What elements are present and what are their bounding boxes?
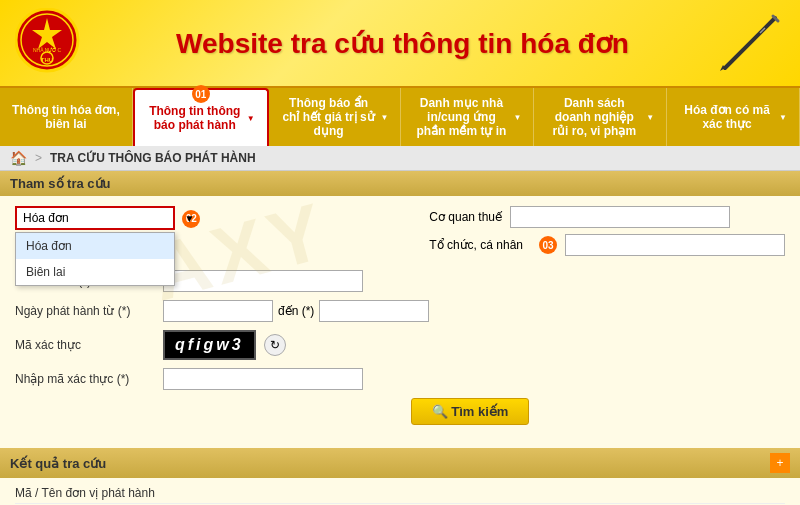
search-section-header: Tham số tra cứu [0,171,800,196]
nav-badge-01: 01 [192,85,210,103]
nav-label: Thông tin hóa đơn, biên lai [12,103,120,131]
breadcrumb-text: TRA CỨU THÔNG BÁO PHÁT HÀNH [50,151,256,165]
dropdown-item-hoa-don[interactable]: Hóa đơn [16,233,174,259]
form-row-ngay-phat-hanh: Ngày phát hành từ (*) đến (*) [15,300,785,322]
results-title: Kết quả tra cứu [10,456,106,471]
dropdown-item-bien-lai[interactable]: Biên lai [16,259,174,285]
ma-so-thue-input[interactable] [163,270,363,292]
header-title: Website tra cứu thông tin hóa đơn [100,27,705,60]
captcha-image: qfigw3 [163,330,256,360]
nhap-ma-label: Nhập mã xác thực (*) [15,372,155,386]
main-content: Tham số tra cứu AXY 02 ▼ Hóa đơn Biên la… [0,171,800,505]
pen-decoration [705,13,785,73]
results-header: Kết quả tra cứu + [0,448,800,478]
den-label: đến (*) [278,304,314,318]
svg-line-6 [725,18,775,68]
nav-label-6: Hóa đơn có mã xác thực [679,103,775,131]
form-row-1: 02 ▼ Hóa đơn Biên lai Cơ quan thuế [15,206,785,230]
dropdown-menu: Hóa đơn Biên lai [15,232,175,286]
svg-marker-8 [720,65,725,71]
form-row-captcha: Mã xác thực qfigw3 ↻ [15,330,785,360]
home-icon[interactable]: 🏠 [10,150,27,166]
results-body: Mã / Tên đơn vị phát hành Trạng thái hoạ… [0,478,800,505]
captcha-refresh-button[interactable]: ↻ [264,334,286,356]
logo: THU NHÀ NƯỚC [15,8,85,78]
search-section-title: Tham số tra cứu [10,176,111,191]
nav-arrow-3: ▼ [381,113,389,122]
navigation: Thông tin hóa đơn, biên lai 01 Thông tin… [0,88,800,146]
nav-danh-sach-doanh-nghiep[interactable]: Danh sách doanh nghiệp rủi ro, vi phạm ▼ [534,88,667,146]
select-arrow: ▼ [184,213,194,224]
search-form: AXY 02 ▼ Hóa đơn Biên lai [0,196,800,443]
nav-active-label: Thông tin thông báo phát hành [147,104,243,132]
badge-03: 03 [539,236,557,254]
breadcrumb: 🏠 > TRA CỨU THÔNG BÁO PHÁT HÀNH [0,146,800,171]
results-expand-button[interactable]: + [770,453,790,473]
nav-label-5: Danh sách doanh nghiệp rủi ro, vi phạm [546,96,642,138]
nhap-ma-input[interactable] [163,368,363,390]
ma-xac-thuc-label: Mã xác thực [15,338,155,352]
nav-thong-bao-an-chi-het[interactable]: Thông báo ẩn chỉ hết giá trị sử dụng ▼ [269,88,402,146]
nav-arrow-5: ▼ [646,113,654,122]
search-button[interactable]: 🔍 Tìm kiếm [411,398,530,425]
nav-label-3: Thông báo ẩn chỉ hết giá trị sử dụng [281,96,377,138]
nav-thong-tin-thong-bao[interactable]: 01 Thông tin thông báo phát hành ▼ [133,88,269,146]
nav-danh-muc-nha-in[interactable]: Danh mục nhà in/cung ứng phần mềm tự in … [401,88,534,146]
form-row-nhap-ma: Nhập mã xác thực (*) [15,368,785,390]
ngay-tu-input[interactable] [163,300,273,322]
nav-hoa-don-bien-lai[interactable]: Thông tin hóa đơn, biên lai [0,88,133,146]
to-chuc-ca-nhan-label: Tổ chức, cá nhân [429,238,523,252]
svg-text:NHÀ NƯỚC: NHÀ NƯỚC [33,47,62,53]
results-section: Kết quả tra cứu + Mã / Tên đơn vị phát h… [0,448,800,505]
to-chuc-ca-nhan-input[interactable] [565,234,785,256]
date-range: đến (*) [163,300,429,322]
breadcrumb-separator: > [35,151,42,165]
result-label-0: Mã / Tên đơn vị phát hành [15,486,215,500]
header: THU NHÀ NƯỚC Website tra cứu thông tin h… [0,0,800,88]
hoa-don-select[interactable] [15,206,175,230]
nav-dropdown-arrow: ▼ [247,114,255,123]
nav-label-4: Danh mục nhà in/cung ứng phần mềm tự in [413,96,509,138]
ngay-phat-hanh-label: Ngày phát hành từ (*) [15,304,155,318]
nav-arrow-6: ▼ [779,113,787,122]
co-quan-thue-input[interactable] [510,206,730,228]
right-panel: Cơ quan thuế Tổ chức, cá nhân 03 [429,206,785,256]
nav-arrow-4: ▼ [513,113,521,122]
svg-text:THU: THU [41,57,53,63]
result-row-0: Mã / Tên đơn vị phát hành [15,483,785,504]
form-row-search-btn: 🔍 Tìm kiếm [155,398,785,425]
nav-hoa-don-co-ma[interactable]: Hóa đơn có mã xác thực ▼ [667,88,800,146]
co-quan-thue-label: Cơ quan thuế [429,210,502,224]
ngay-den-input[interactable] [319,300,429,322]
